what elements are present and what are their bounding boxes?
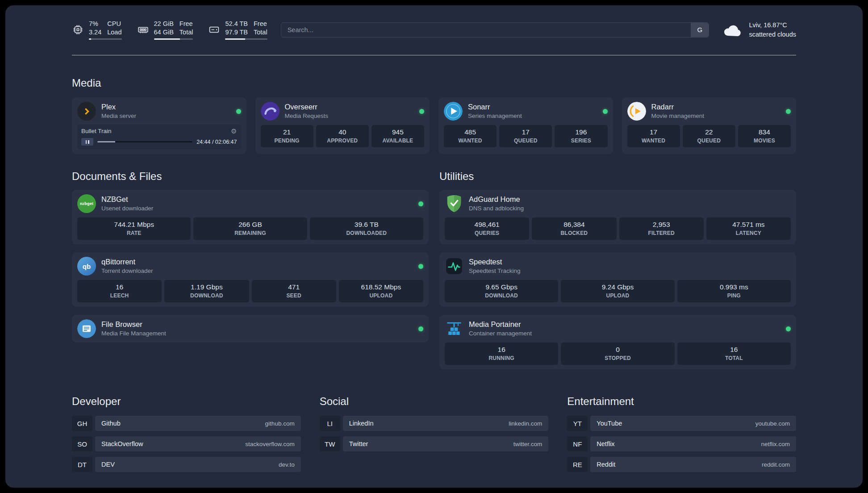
bookmark-reddit[interactable]: RE Reddit reddit.com [567, 457, 796, 472]
resource-widgets: 7% 3.24 CPU Load [72, 20, 267, 40]
service-subtitle: Speedtest Tracking [469, 267, 521, 275]
memory-icon [137, 24, 149, 36]
memory-free-label: Free [179, 20, 193, 28]
stat-blocked: 86,384 BLOCKED [532, 217, 616, 240]
stat-pending: 21 PENDING [261, 125, 313, 147]
section-title-documents: Documents & Files [72, 170, 429, 183]
service-card-adguard[interactable]: AdGuard Home DNS and adblocking 498,461 … [439, 190, 796, 244]
section-title-social: Social [320, 395, 549, 408]
service-card-qbittorrent[interactable]: qb qBittorrent Torrent downloader 16 LEE… [72, 252, 429, 307]
stat-queries: 498,461 QUERIES [445, 217, 529, 240]
bookmark-stackoverflow[interactable]: SO StackOverflow stackoverflow.com [72, 436, 301, 451]
memory-free-value: 22 GiB [154, 20, 174, 28]
cloud-icon [722, 23, 743, 37]
service-subtitle: Movie management [651, 112, 705, 120]
stat-total: 16 TOTAL [677, 343, 791, 365]
bookmark-name: YouTube [597, 420, 622, 427]
bookmark-abbr: YT [567, 416, 588, 431]
service-name: Radarr [651, 102, 705, 112]
section-title-entertainment: Entertainment [567, 395, 796, 408]
bookmark-abbr: DT [72, 457, 92, 472]
stat-filtered: 2,953 FILTERED [619, 217, 704, 240]
bookmark-youtube[interactable]: YT YouTube youtube.com [567, 416, 796, 431]
service-card-sonarr[interactable]: Sonarr Series management 485 WANTED 17 Q… [438, 97, 613, 154]
cpu-widget: 7% 3.24 CPU Load [72, 20, 122, 40]
weather-widget: Lviv, 16.87°C scattered clouds [722, 21, 796, 39]
disk-total-label: Total [254, 28, 267, 37]
service-card-filebrowser[interactable]: File Browser Media File Management [72, 315, 429, 343]
search-input[interactable] [281, 23, 691, 37]
bookmark-name: StackOverflow [101, 440, 143, 447]
stat-queued: 17 QUEUED [499, 125, 552, 147]
service-subtitle: DNS and adblocking [469, 205, 524, 213]
stat-seed: 471 SEED [252, 280, 336, 302]
bookmark-dev[interactable]: DT DEV dev.to [72, 457, 301, 472]
stat-wanted: 485 WANTED [444, 125, 497, 147]
service-subtitle: Series management [468, 112, 522, 120]
now-playing-title: Bullet Train [81, 128, 112, 134]
playback-time: 24:44 / 02:06:47 [196, 139, 237, 145]
service-name: Overseerr [285, 102, 329, 112]
stat-leech: 16 LEECH [77, 280, 162, 302]
filebrowser-logo-icon [77, 319, 96, 338]
bookmark-netflix[interactable]: NF Netflix netflix.com [567, 436, 796, 451]
section-title-developer: Developer [72, 395, 301, 408]
stat-ping: 0.993 ms PING [677, 280, 791, 302]
speedtest-logo-icon [445, 257, 463, 276]
disk-icon [208, 24, 220, 36]
service-subtitle: Media server [101, 112, 136, 120]
bookmark-name: LinkedIn [349, 420, 374, 427]
screen: 7% 3.24 CPU Load [0, 0, 868, 493]
stat-series: 196 SERIES [555, 125, 607, 147]
service-name: Plex [101, 102, 136, 112]
service-name: Media Portainer [469, 320, 532, 330]
service-card-speedtest[interactable]: Speedtest Speedtest Tracking 9.65 Gbps D… [439, 252, 796, 307]
seek-bar[interactable] [97, 141, 192, 142]
bookmark-url: stackoverflow.com [245, 441, 294, 447]
sonarr-logo-icon [444, 102, 463, 121]
overseerr-logo-icon [261, 102, 280, 121]
service-card-overseerr[interactable]: Overseerr Media Requests 21 PENDING 40 A… [255, 97, 430, 154]
stat-stopped: 0 STOPPED [561, 343, 674, 365]
service-subtitle: Container management [469, 330, 532, 338]
qbittorrent-logo-icon: qb [77, 257, 96, 276]
stat-queued: 22 QUEUED [683, 125, 735, 147]
gear-icon[interactable]: ⚙ [231, 128, 237, 134]
bookmark-linkedin[interactable]: LI LinkedIn linkedin.com [320, 416, 549, 431]
bookmark-abbr: LI [320, 416, 340, 431]
cpu-label: CPU [107, 20, 121, 28]
search-bar: G [281, 22, 709, 38]
section-title-utilities: Utilities [439, 170, 796, 183]
cpu-usage-bar [89, 38, 122, 40]
weather-location: Lviv, 16.87°C [749, 21, 796, 29]
bookmark-url: linkedin.com [509, 420, 542, 427]
service-name: Speedtest [469, 257, 521, 267]
service-card-portainer[interactable]: Media Portainer Container management 16 … [439, 315, 796, 369]
service-card-nzbget[interactable]: nzbget NZBGet Usenet downloader 744.21 M… [72, 190, 429, 244]
bookmark-twitter[interactable]: TW Twitter twitter.com [320, 436, 549, 451]
stat-upload: 9.24 Gbps UPLOAD [561, 280, 674, 302]
stat-movies: 834 MOVIES [738, 125, 791, 147]
service-subtitle: Media File Management [101, 330, 166, 338]
bookmark-github[interactable]: GH Github github.com [72, 416, 301, 431]
cpu-icon [72, 24, 84, 36]
cpu-load-value: 3.24 [89, 28, 101, 37]
memory-usage-bar [154, 38, 193, 40]
bookmark-url: netflix.com [761, 441, 790, 447]
nzbget-logo-icon: nzbget [77, 194, 96, 213]
stat-download: 9.65 Gbps DOWNLOAD [445, 280, 558, 302]
stat-rate: 744.21 Mbps RATE [77, 217, 191, 240]
search-provider-button[interactable]: G [691, 23, 709, 37]
bookmark-abbr: SO [72, 436, 92, 451]
disk-total-value: 97.9 TB [225, 28, 248, 37]
dashboard-panel: 7% 3.24 CPU Load [5, 5, 863, 488]
status-dot [418, 201, 423, 206]
pause-button[interactable] [81, 138, 93, 146]
bookmark-url: twitter.com [513, 441, 542, 447]
service-card-radarr[interactable]: Radarr Movie management 17 WANTED 22 QUE… [622, 97, 797, 154]
plex-logo-icon [77, 102, 96, 121]
stat-latency: 47.571 ms LATENCY [706, 217, 791, 240]
service-name: AdGuard Home [469, 195, 524, 205]
service-card-plex[interactable]: Plex Media server Bullet Train ⚙ 24:44 /… [72, 97, 246, 154]
bookmark-url: youtube.com [755, 420, 790, 427]
